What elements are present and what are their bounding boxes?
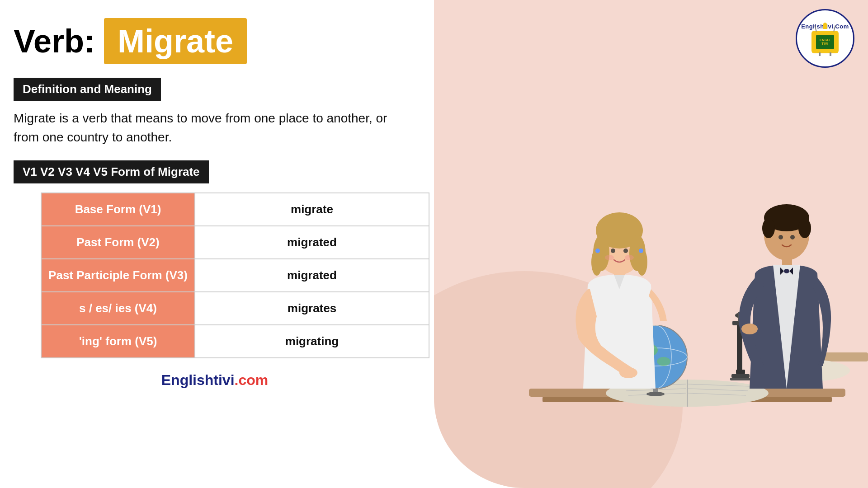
form-value: migrated [195,226,429,259]
form-label: 'ing' form (V5) [41,325,195,358]
table-section: V1 V2 V3 V4 V5 Form of Migrate Base Form… [14,160,416,358]
svg-point-50 [778,235,783,239]
table-row: 'ing' form (V5)migrating [41,325,429,358]
svg-point-20 [646,392,665,396]
svg-point-40 [611,249,615,253]
kids-illustration [461,59,868,488]
svg-point-39 [639,249,643,253]
svg-point-45 [619,367,637,378]
form-label: Past Participle Form (V3) [41,259,195,292]
svg-point-53 [784,269,789,273]
definition-header: Definition and Meaning [14,78,161,101]
footer-com: .com [235,372,269,388]
right-panel: Englishtivi.Com ENGLITIVI [434,0,868,488]
svg-rect-25 [736,370,745,374]
table-row: Base Form (V1)migrate [41,193,429,226]
form-value: migrates [195,292,429,325]
svg-rect-27 [730,378,751,380]
form-value: migrate [195,193,429,226]
title-word: Migrate [118,23,233,59]
form-label: s / es/ ies (V4) [41,292,195,325]
table-header: V1 V2 V3 V4 V5 Form of Migrate [14,160,209,183]
table-row: Past Form (V2)migrated [41,226,429,259]
svg-point-38 [595,249,600,253]
svg-point-18 [657,357,670,366]
table-row: Past Participle Form (V3)migrated [41,259,429,292]
verb-forms-table: Base Form (V1)migratePast Form (V2)migra… [41,192,429,358]
form-value: migrating [195,325,429,358]
svg-point-48 [762,218,775,238]
form-label: Base Form (V1) [41,193,195,226]
definition-text: Migrate is a verb that means to move fro… [14,109,416,147]
title-word-box: Migrate [104,18,247,64]
table-row: s / es/ ies (V4)migrates [41,292,429,325]
footer-brand: Englishtivi [161,372,235,388]
svg-point-41 [623,249,628,253]
svg-point-51 [790,235,795,239]
title-row: Verb: Migrate [14,18,416,64]
svg-point-43 [625,255,634,260]
definition-section: Definition and Meaning Migrate is a verb… [14,78,416,160]
footer: Englishtivi.com [14,372,416,389]
form-label: Past Form (V2) [41,226,195,259]
svg-point-49 [798,218,811,238]
svg-point-42 [605,255,614,260]
left-panel: Verb: Migrate Definition and Meaning Mig… [0,0,434,488]
form-value: migrated [195,259,429,292]
svg-point-54 [741,324,758,334]
svg-rect-26 [731,374,750,378]
verb-label: Verb: [14,23,95,60]
